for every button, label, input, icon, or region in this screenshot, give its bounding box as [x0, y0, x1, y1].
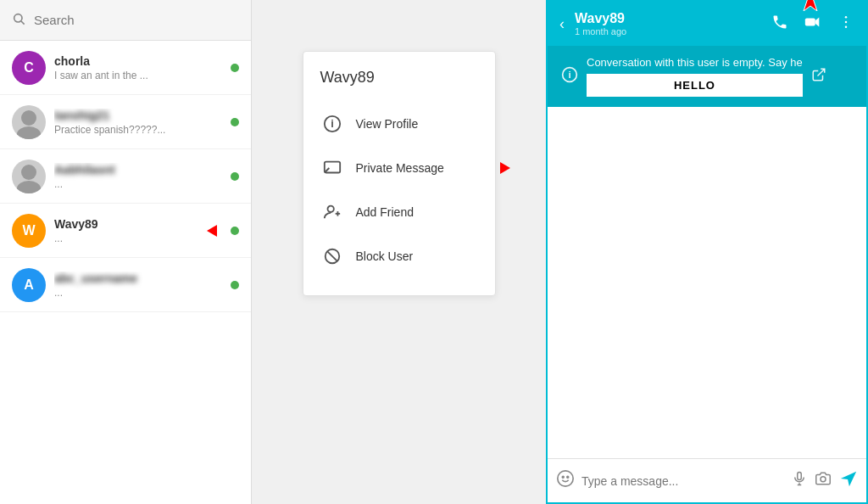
- chat-name: chorla: [54, 54, 225, 68]
- menu-item-label: Add Friend: [356, 205, 414, 219]
- emoji-button[interactable]: [556, 469, 575, 492]
- menu-item-label: View Profile: [356, 117, 419, 131]
- context-menu: Wavy89 i View Profile Private Message: [303, 51, 496, 296]
- svg-point-24: [562, 476, 564, 478]
- chat-preview: ...: [54, 287, 225, 299]
- menu-item-label: Private Message: [356, 161, 444, 175]
- chat-header-status: 1 month ago: [575, 26, 768, 36]
- add-person-icon: [320, 200, 344, 224]
- list-item[interactable]: A abc_username ...: [0, 258, 251, 312]
- phone-call-button[interactable]: [768, 10, 792, 38]
- online-indicator: [231, 64, 239, 72]
- chat-items: C chorla I saw an ant in the ... tanshig…: [0, 41, 251, 504]
- chat-preview: I saw an ant in the ...: [54, 70, 225, 81]
- online-indicator: [231, 172, 239, 181]
- message-input[interactable]: [581, 474, 785, 488]
- svg-point-29: [821, 477, 826, 482]
- svg-point-2: [21, 110, 36, 126]
- search-bar: [0, 0, 251, 41]
- info-icon: i: [320, 112, 344, 136]
- svg-point-23: [558, 471, 573, 486]
- chat-panel: ‹ Wavy89 1 month ago: [546, 0, 868, 504]
- svg-point-9: [327, 206, 333, 212]
- microphone-button[interactable]: [792, 469, 807, 492]
- chat-list-panel: C chorla I saw an ant in the ... tanshig…: [0, 0, 252, 504]
- send-button[interactable]: [839, 469, 858, 492]
- header-info: Wavy89 1 month ago: [575, 11, 768, 36]
- svg-point-4: [21, 165, 36, 180]
- chat-name: Wavy89: [54, 217, 225, 231]
- more-options-button[interactable]: [834, 10, 858, 38]
- chat-name: tanshig21: [54, 109, 225, 122]
- header-actions: [768, 9, 858, 39]
- menu-item-view-profile[interactable]: i View Profile: [303, 102, 495, 146]
- menu-item-block-user[interactable]: Block User: [303, 234, 495, 278]
- chat-preview: Practice spanish?????...: [54, 124, 225, 136]
- chat-notification: i Conversation with this user is empty. …: [548, 46, 866, 107]
- list-item[interactable]: W Wavy89 ...: [0, 204, 251, 258]
- chat-name: abc_username: [54, 272, 225, 285]
- context-menu-area: Wavy89 i View Profile Private Message: [252, 0, 546, 296]
- chat-body: [548, 107, 866, 458]
- avatar: A: [12, 268, 46, 302]
- chat-name: Aabhilasnt: [54, 163, 225, 176]
- avatar: [12, 105, 46, 139]
- chat-header-name: Wavy89: [575, 11, 768, 26]
- info-notification-icon: i: [561, 66, 578, 87]
- online-indicator: [231, 118, 239, 126]
- avatar: C: [12, 51, 46, 85]
- online-indicator: [231, 281, 239, 289]
- svg-point-25: [567, 476, 569, 478]
- chat-info: Wavy89 ...: [54, 217, 225, 244]
- svg-line-1: [21, 21, 25, 25]
- chat-info: abc_username ...: [54, 272, 225, 299]
- notification-content: Conversation with this user is empty. Sa…: [587, 56, 803, 97]
- avatar: W: [12, 214, 46, 248]
- camera-button[interactable]: [814, 471, 832, 490]
- menu-item-private-message[interactable]: Private Message: [303, 146, 495, 190]
- notification-link-icon[interactable]: [811, 67, 826, 86]
- chat-icon: [320, 156, 344, 180]
- block-icon: [320, 244, 344, 268]
- svg-point-3: [17, 126, 41, 139]
- svg-line-22: [817, 69, 824, 76]
- avatar: [12, 160, 46, 193]
- chat-preview: ...: [54, 178, 225, 190]
- chat-info: Aabhilasnt ...: [54, 163, 225, 190]
- video-call-button[interactable]: [800, 9, 826, 39]
- svg-rect-15: [805, 18, 815, 25]
- svg-marker-16: [804, 0, 817, 11]
- svg-point-19: [845, 25, 848, 28]
- svg-marker-14: [815, 17, 820, 26]
- svg-text:i: i: [568, 69, 570, 80]
- chat-footer: [548, 458, 866, 502]
- svg-text:i: i: [331, 117, 334, 130]
- chat-info: tanshig21 Practice spanish?????...: [54, 109, 225, 136]
- svg-rect-26: [798, 473, 802, 480]
- svg-point-5: [17, 181, 41, 193]
- list-item[interactable]: tanshig21 Practice spanish?????...: [0, 95, 251, 149]
- list-item[interactable]: Aabhilasnt ...: [0, 149, 251, 204]
- online-indicator: [231, 227, 239, 235]
- svg-point-17: [845, 15, 848, 18]
- svg-point-18: [845, 20, 848, 23]
- svg-marker-30: [841, 472, 856, 486]
- back-button[interactable]: ‹: [556, 12, 568, 36]
- search-icon: [12, 12, 25, 29]
- svg-line-13: [327, 251, 337, 261]
- list-item[interactable]: C chorla I saw an ant in the ...: [0, 41, 251, 95]
- hello-button[interactable]: HELLO: [587, 74, 803, 97]
- menu-item-add-friend[interactable]: Add Friend: [303, 190, 495, 234]
- context-menu-title: Wavy89: [303, 69, 495, 102]
- notification-text: Conversation with this user is empty. Sa…: [587, 56, 803, 69]
- chat-header: ‹ Wavy89 1 month ago: [548, 2, 866, 46]
- search-input[interactable]: [34, 13, 239, 27]
- chat-preview: ...: [54, 232, 225, 244]
- svg-point-0: [14, 14, 22, 21]
- chat-info: chorla I saw an ant in the ...: [54, 54, 225, 81]
- menu-item-label: Block User: [356, 249, 414, 263]
